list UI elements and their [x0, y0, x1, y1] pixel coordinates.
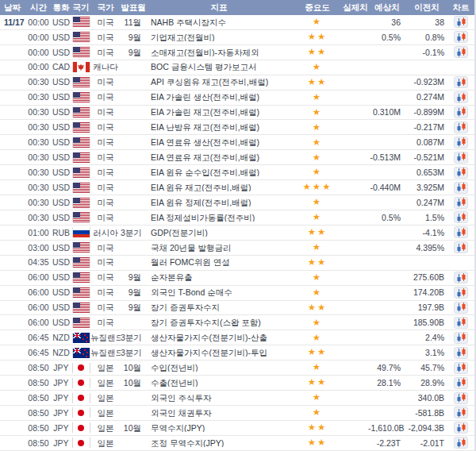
candlestick-chart-icon[interactable] [454, 347, 468, 359]
candlestick-chart-icon[interactable] [454, 46, 468, 58]
importance-stars: ★ [292, 243, 343, 252]
indicator-link[interactable]: EIA 가솔린 재고(전주비,배럴) [146, 108, 292, 117]
table-row[interactable]: 08:50 JPY 일본 조정 무역수지(JPY) ★★ -2.23T -2.0… [0, 436, 474, 451]
table-row[interactable]: 00:30 USD 미국 EIA 연료유 재고(전주비,배럴) ★ -0.513… [0, 150, 474, 165]
indicator-link[interactable]: NAHB 주택시장지수 [146, 18, 292, 27]
indicator-link[interactable]: EIA 연료유 생산(전주비,배럴) [146, 138, 292, 147]
table-row[interactable]: 06:00 USD 미국 9월 순자본유출 ★ 275.60B [0, 271, 474, 286]
table-row[interactable]: 04:35 USD 미국 월러 FOMC위원 연설 ★★ [0, 256, 474, 271]
table-row[interactable]: 08:50 JPY 일본 외국인 주식투자 ★ 340.0B [0, 391, 474, 406]
indicator-link[interactable]: 국채 20년물 발행금리 [146, 244, 292, 252]
candlestick-chart-icon[interactable] [454, 302, 468, 314]
currency-cell: JPY [51, 364, 71, 372]
table-row[interactable]: 00:30 USD 미국 EIA 정제설비가동률(전주비) ★ 0.5% 1.5… [0, 210, 474, 226]
candlestick-chart-icon[interactable] [454, 272, 468, 283]
candlestick-chart-icon[interactable] [454, 197, 468, 209]
candlestick-chart-icon[interactable] [454, 437, 468, 449]
candlestick-chart-icon[interactable] [454, 16, 468, 28]
table-row[interactable]: 08:50 JPY 일본 10월 무역수지(JPY) ★★ -1,610.0B … [0, 421, 474, 436]
indicator-link[interactable]: EIA 원유 순수입(전주비,배럴) [146, 168, 292, 177]
table-row[interactable]: 00:30 USD 미국 EIA 원유 정제(전주비,배럴) ★ 0.247M [0, 195, 474, 210]
candlestick-chart-icon[interactable] [454, 121, 468, 133]
table-row[interactable]: 00:00 USD 미국 9월 기업재고(전월비) ★★ 0.5% 0.8% [0, 30, 474, 45]
indicator-link[interactable]: 장기 증권투자수지 [146, 303, 292, 312]
table-row[interactable]: 00:30 USD 미국 EIA 원유 순수입(전주비,배럴) ★ 0.653M [0, 165, 474, 180]
indicator-link[interactable]: EIA 난방유 재고(전주비,배럴) [146, 123, 292, 132]
candlestick-chart-icon[interactable] [454, 91, 468, 103]
indicator-link[interactable]: EIA 정제설비가동률(전주비) [146, 214, 292, 222]
table-row[interactable]: 00:30 USD 미국 EIA 원유 재고(전주비,배럴) ★★★ -0.44… [0, 180, 474, 195]
candlestick-chart-icon[interactable] [454, 241, 468, 253]
indicator-link[interactable]: EIA 원유 정제(전주비,배럴) [146, 199, 292, 207]
candlestick-chart-icon[interactable] [454, 362, 468, 374]
table-row[interactable]: 01:00 RUB 러시아 3분기 GDP(전분기비) ★★ -4.1% [0, 226, 474, 241]
candlestick-chart-icon[interactable] [454, 377, 468, 389]
chart-cell [447, 137, 474, 148]
indicator-link[interactable]: 수입(전년비) [146, 364, 292, 372]
indicator-link[interactable]: 외국인 주식투자 [146, 394, 292, 403]
table-row[interactable]: 00:30 USD 미국 EIA 가솔린 재고(전주비,배럴) ★ 0.310M… [0, 106, 474, 121]
time-cell: 06:00 [26, 288, 51, 297]
indicator-link[interactable]: EIA 연료유 재고(전주비,배럴) [146, 153, 292, 162]
indicator-link[interactable]: 생산자물가지수(전분기비)-투입 [146, 349, 292, 357]
candlestick-chart-icon[interactable] [454, 317, 468, 329]
currency-cell: USD [51, 123, 71, 132]
candlestick-chart-icon[interactable] [454, 31, 468, 43]
candlestick-chart-icon[interactable] [454, 332, 468, 344]
indicator-link[interactable]: BOC 금융시스템 평가보고서 [146, 63, 292, 71]
previous-cell: 38 [406, 18, 447, 27]
table-row[interactable]: 08:50 JPY 일본 10월 수입(전년비) ★ 49.7% 45.7% [0, 360, 474, 376]
indicator-link[interactable]: API 쿠싱원유 재고(전주비,배럴) [146, 78, 292, 87]
indicator-link[interactable]: 조정 무역수지(JPY) [146, 439, 292, 448]
candlestick-chart-icon[interactable] [454, 392, 468, 404]
importance-stars: ★ [292, 363, 343, 372]
candlestick-chart-icon[interactable] [454, 211, 468, 223]
table-row[interactable]: 06:00 USD 미국 9월 장기 증권투자수지 ★★ 197.9B [0, 301, 474, 316]
candlestick-chart-icon[interactable] [454, 106, 468, 118]
candlestick-chart-icon[interactable] [454, 422, 468, 434]
indicator-link[interactable]: 장기 증권투자수지(스왑 포함) [146, 318, 292, 327]
candlestick-chart-icon[interactable] [454, 287, 468, 299]
importance-stars: ★ [292, 393, 343, 403]
indicator-link[interactable]: 기업재고(전월비) [146, 33, 292, 42]
indicator-link[interactable]: EIA 가솔린 생산(전주비,배럴) [146, 93, 292, 102]
country-cell: 미국 [90, 273, 121, 282]
indicator-link[interactable]: EIA 원유 재고(전주비,배럴) [146, 183, 292, 192]
candlestick-chart-icon[interactable] [454, 226, 468, 238]
indicator-link[interactable]: 월러 FOMC위원 연설 [146, 258, 292, 267]
indicator-link[interactable]: 수출(전년비) [146, 379, 292, 387]
indicator-link[interactable]: 외국인 채권투자 [146, 409, 292, 418]
candlestick-chart-icon[interactable] [454, 182, 468, 194]
indicator-link[interactable]: 생산자물가지수(전분기비)-산출 [146, 333, 292, 342]
forecast-cell: 36 [368, 18, 406, 27]
importance-stars: ★ [292, 333, 343, 343]
table-row[interactable]: 11/17 00:00 USD 미국 11월 NAHB 주택시장지수 ★ 36 … [0, 15, 474, 30]
table-row[interactable]: 00:00 USD 미국 9월 소매재고(전월비)-자동차제외 ★★ -0.1% [0, 45, 474, 60]
chart-cell [447, 317, 474, 329]
table-row[interactable]: 00:30 USD 미국 EIA 연료유 생산(전주비,배럴) ★ 0.087M [0, 135, 474, 150]
indicator-link[interactable]: 무역수지(JPY) [146, 424, 292, 433]
table-row[interactable]: 08:50 JPY 일본 10월 수출(전년비) ★★ 28.1% 28.9% [0, 376, 474, 391]
forecast-cell: 28.1% [368, 379, 406, 387]
indicator-link[interactable]: 외국인 T-Bond 순매수 [146, 288, 292, 297]
candlestick-chart-icon[interactable] [454, 407, 468, 418]
table-row[interactable]: 00:30 USD 미국 API 쿠싱원유 재고(전주비,배럴) ★★ -0.9… [0, 75, 474, 91]
candlestick-chart-icon[interactable] [454, 152, 468, 164]
indicator-link[interactable]: GDP(전분기비) [146, 229, 292, 237]
table-row[interactable]: 06:00 USD 미국 9월 외국인 T-Bond 순매수 ★ 174.20B [0, 286, 474, 301]
flag-jp-icon [73, 422, 90, 433]
time-cell: 08:50 [26, 394, 51, 403]
table-row[interactable]: 00:30 USD 미국 EIA 가솔린 생산(전주비,배럴) ★ 0.274M [0, 91, 474, 106]
table-row[interactable]: 03:00 USD 미국 국채 20년물 발행금리 ★ 4.395% [0, 241, 474, 256]
table-row[interactable]: 06:45 NZD 뉴질랜드 3분기 생산자물가지수(전분기비)-투입 ★★ 3… [0, 345, 474, 360]
candlestick-chart-icon[interactable] [454, 167, 468, 179]
candlestick-chart-icon[interactable] [454, 76, 468, 88]
table-row[interactable]: 06:00 USD 미국 장기 증권투자수지(스왑 포함) ★ 185.90B [0, 315, 474, 330]
indicator-link[interactable]: 순자본유출 [146, 273, 292, 282]
table-row[interactable]: 00:30 USD 미국 EIA 난방유 재고(전주비,배럴) ★ -0.217… [0, 120, 474, 135]
table-row[interactable]: 08:50 JPY 일본 외국인 채권투자 ★ -581.8B [0, 406, 474, 421]
table-row[interactable]: 00:00 CAD 캐나다 BOC 금융시스템 평가보고서 ★ [0, 60, 474, 75]
table-row[interactable]: 06:45 NZD 뉴질랜드 3분기 생산자물가지수(전분기비)-산출 ★ 2.… [0, 330, 474, 345]
indicator-link[interactable]: 소매재고(전월비)-자동차제외 [146, 48, 292, 57]
candlestick-chart-icon[interactable] [454, 137, 468, 148]
